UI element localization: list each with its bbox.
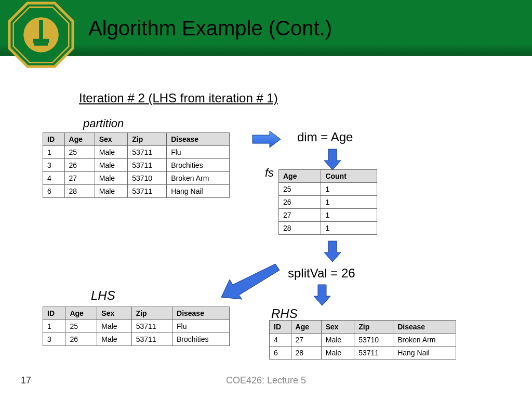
column-header: Zip: [128, 133, 167, 146]
rhs-table: IDAgeSexZipDisease427Male53710Broken Arm…: [269, 320, 456, 360]
column-header: ID: [43, 133, 65, 146]
arrow-down-icon: [322, 240, 343, 263]
table-row: 261: [279, 196, 377, 209]
lhs-label: LHS: [91, 288, 115, 303]
table-row: 251: [279, 183, 377, 196]
table-row: 271: [279, 209, 377, 222]
svg-marker-7: [324, 149, 341, 170]
column-header: Disease: [172, 307, 230, 320]
course-footer: COE426: Lecture 5: [0, 375, 532, 386]
fs-label: fs: [265, 166, 274, 180]
column-header: Age: [291, 321, 321, 334]
lhs-table: IDAgeSexZipDisease125Male53711Flu326Male…: [43, 307, 230, 346]
table-row: 427Male53710Broken Arm: [270, 334, 456, 347]
svg-marker-6: [252, 131, 281, 148]
svg-rect-3: [39, 20, 43, 40]
column-header: Count: [321, 170, 377, 183]
svg-rect-5: [34, 43, 48, 46]
column-header: Disease: [167, 133, 230, 146]
column-header: Zip: [131, 307, 172, 320]
arrow-down-icon: [312, 284, 332, 307]
arrow-right-icon: [251, 129, 283, 150]
svg-marker-10: [221, 264, 280, 299]
slide-title: Algorithm Example (Cont.): [88, 17, 332, 40]
table-row: 628Male53711Hang Nail: [43, 185, 230, 198]
svg-marker-9: [314, 285, 330, 305]
arrow-down-icon: [322, 148, 343, 171]
rhs-label: RHS: [271, 307, 298, 321]
column-header: ID: [270, 321, 291, 334]
arrow-diagonal-icon: [218, 260, 281, 301]
svg-rect-4: [33, 39, 49, 43]
iteration-heading: Iteration # 2 (LHS from iteration # 1): [79, 91, 278, 105]
svg-marker-8: [324, 241, 341, 262]
fs-table: AgeCount251261271281: [278, 169, 377, 235]
column-header: Age: [65, 307, 97, 320]
partition-label: partition: [83, 117, 124, 130]
column-header: Zip: [354, 321, 393, 334]
column-header: Disease: [393, 321, 456, 334]
column-header: ID: [43, 307, 65, 320]
table-row: 628Male53711Hang Nail: [270, 347, 456, 360]
partition-table: IDAgeSexZipDisease125Male53711Flu326Male…: [43, 132, 230, 198]
column-header: Sex: [97, 307, 131, 320]
table-row: 125Male53711Flu: [43, 320, 230, 333]
column-header: Sex: [95, 133, 127, 146]
table-row: 125Male53711Flu: [43, 146, 230, 159]
university-logo: [7, 1, 75, 69]
column-header: Age: [279, 170, 321, 183]
splitval-label: splitVal = 26: [288, 266, 355, 281]
table-row: 281: [279, 222, 377, 235]
dim-label: dim = Age: [297, 130, 353, 144]
column-header: Age: [64, 133, 95, 146]
table-row: 326Male53711Brochities: [43, 333, 230, 346]
table-row: 326Male53711Brochities: [43, 159, 230, 172]
slide-header: Algorithm Example (Cont.): [0, 0, 532, 56]
column-header: Sex: [321, 321, 354, 334]
table-row: 427Male53710Broken Arm: [43, 172, 230, 185]
